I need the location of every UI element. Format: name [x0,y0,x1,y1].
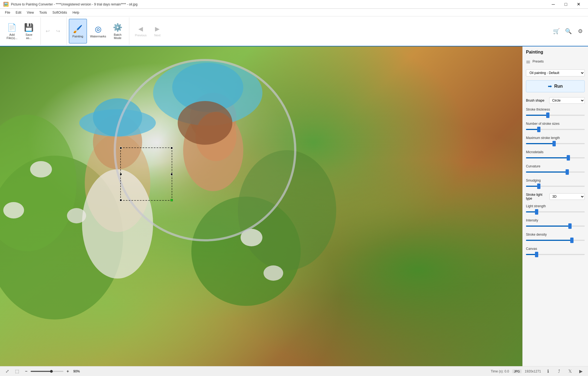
previous-button[interactable]: ◀ Previous [131,19,150,43]
microdetails-slider[interactable] [526,155,585,161]
toolbar-undo-group: ↩ ↪ [40,17,64,45]
youtube-button[interactable]: ▶ [577,368,585,375]
light-strength-slider[interactable] [526,209,585,215]
batch-mode-icon: ⚙️ [113,23,122,32]
svg-point-4 [30,161,52,177]
handle-top-right[interactable] [171,147,173,149]
undo-button[interactable]: ↩ [43,26,53,36]
fit-screen-button[interactable]: ⤢ [3,368,11,375]
smudging-label: Smudging [526,179,541,182]
handle-middle-left[interactable] [120,173,122,175]
toolbar: 📄 AddFile(s)... 💾 Saveas... ↩ ↪ 🖌️ Paint… [0,16,588,46]
watermarks-button[interactable]: ◎ Watermarks [87,19,110,43]
next-label: Next [154,34,160,37]
max-stroke-length-fill [526,143,554,144]
handle-middle-right[interactable] [171,173,173,175]
menu-help[interactable]: Help [70,10,82,16]
curvature-slider[interactable] [526,169,585,175]
menu-tools[interactable]: Tools [37,10,50,16]
light-strength-track [526,211,585,212]
cart-icon[interactable]: 🛒 [551,26,562,37]
share-button[interactable]: ⤴ [555,368,563,375]
microdetails-label: Microdetails [526,150,543,154]
add-files-button[interactable]: 📄 AddFile(s)... [3,19,21,43]
zoom-out-button[interactable]: − [23,368,30,375]
run-label: Run [554,84,563,89]
svg-point-22 [178,101,232,145]
twitter-button[interactable]: 𝕏 [566,368,574,375]
canvas-area[interactable] [0,46,522,366]
settings-icon[interactable]: ⚙ [575,26,586,37]
brush-shape-label: Brush shape [526,99,544,102]
info-button[interactable]: ℹ [544,368,552,375]
stroke-thickness-slider[interactable] [526,112,585,118]
presets-label: Presets [533,60,544,63]
toolbar-file-group: 📄 AddFile(s)... 💾 Saveas... [2,17,38,45]
curvature-track [526,171,585,173]
previous-label: Previous [135,34,147,37]
selection-rectangle[interactable] [120,147,172,201]
smudging-thumb[interactable] [537,183,540,189]
max-stroke-length-thumb[interactable] [552,141,556,146]
handle-bottom-left[interactable] [120,199,122,201]
select-button[interactable]: ⬚ [13,368,21,375]
max-stroke-length-label: Maximum stroke length [526,136,560,140]
light-strength-thumb[interactable] [535,209,538,215]
redo-button[interactable]: ↪ [53,26,63,36]
canvas-slider[interactable] [526,252,585,257]
zoom-thumb[interactable] [50,370,53,373]
brush-shape-select[interactable]: Circle Square Triangle [549,97,585,104]
next-button[interactable]: ▶ Next [150,19,165,43]
close-button[interactable]: ✕ [572,0,585,9]
microdetails-fill [526,157,568,158]
microdetails-row: Microdetails [526,150,585,161]
stroke-light-type-select[interactable]: 3D 2D None [549,193,585,200]
status-left: ⤢ ⬚ − + 90% [3,368,486,375]
zoom-slider[interactable] [31,371,63,372]
max-stroke-length-slider[interactable] [526,141,585,146]
stroke-sizes-thumb[interactable] [537,127,540,132]
maximize-button[interactable]: □ [560,0,572,9]
stroke-light-type-row: Stroke light type 3D 2D None [526,193,585,200]
presets-select[interactable]: Oil painting - Default Watercolor Pencil… [526,69,585,76]
app-icon: 🖼️ [3,2,9,7]
handle-top-left[interactable] [120,147,122,149]
canvas-row: Canvas [526,247,585,257]
save-as-button[interactable]: 💾 Saveas... [21,19,37,43]
menu-file[interactable]: File [2,10,13,16]
stroke-thickness-thumb[interactable] [546,112,549,118]
menu-bar: File Edit View Tools SoftOrbits Help [0,9,588,16]
intensity-row: Intensity [526,218,585,229]
intensity-fill [526,226,570,227]
run-button[interactable]: ➡ Run [526,80,585,92]
main-area: Painting ⚌ Presets Oil painting - Defaul… [0,46,588,366]
minimize-button[interactable]: ─ [547,0,560,9]
microdetails-track [526,157,585,158]
window-controls: ─ □ ✕ [547,0,585,9]
toolbar-right-icons: 🛒 🔍 ⚙ [551,26,586,37]
stroke-density-thumb[interactable] [570,238,574,243]
handle-bottom-right[interactable] [171,199,173,201]
watermarks-label: Watermarks [90,35,106,38]
smudging-slider[interactable] [526,183,585,189]
curvature-row: Curvature [526,164,585,175]
menu-softorbits[interactable]: SoftOrbits [50,10,70,16]
stroke-density-slider[interactable] [526,238,585,243]
previous-icon: ◀ [138,25,143,32]
canvas-thumb[interactable] [535,252,538,257]
curvature-thumb[interactable] [566,169,569,175]
add-files-label: AddFile(s)... [7,33,17,40]
menu-edit[interactable]: Edit [13,10,24,16]
microdetails-thumb[interactable] [567,155,570,161]
stroke-sizes-slider[interactable] [526,127,585,132]
batch-mode-button[interactable]: ⚙️ BatchMode [109,19,126,43]
intensity-slider[interactable] [526,223,585,229]
menu-view[interactable]: View [24,10,37,16]
zoom-in-button[interactable]: + [65,368,71,375]
max-stroke-length-track [526,143,585,144]
intensity-thumb[interactable] [568,223,572,229]
smudging-track [526,186,585,187]
search-icon[interactable]: 🔍 [563,26,574,37]
curvature-label: Curvature [526,164,540,168]
painting-button[interactable]: 🖌️ Painting [69,19,87,43]
